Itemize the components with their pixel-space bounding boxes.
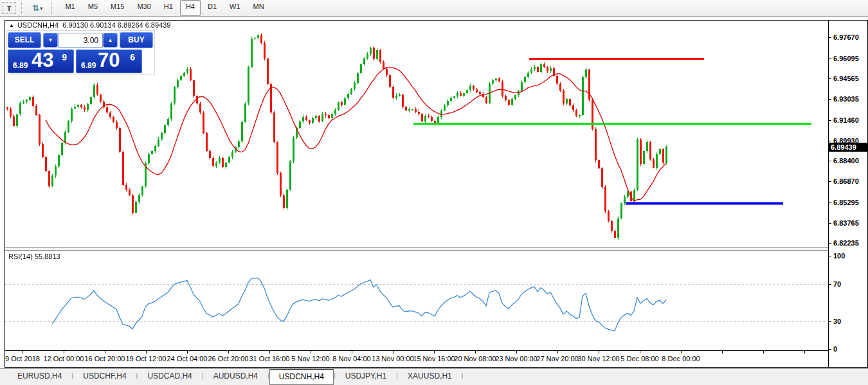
time-axis-label: 16 Oct 20:00 — [85, 355, 125, 363]
chart-tab-usdcnh[interactable]: USDCNH,H4 — [269, 369, 334, 385]
timeframe-button-h1[interactable]: H1 — [158, 0, 179, 16]
sell-price-pips: 43 — [32, 49, 53, 72]
chart-tab-usdcad[interactable]: USDCAD,H4 — [138, 369, 201, 384]
time-axis-label: 19 Oct 12:00 — [126, 355, 167, 363]
price-axis-tick — [828, 243, 831, 244]
price-axis-tick — [828, 202, 831, 203]
buy-price-display[interactable]: 6.89 70 6 — [76, 49, 142, 73]
time-axis-tick — [311, 351, 311, 354]
timeframe-button-group: M1M5M15M30H1H4D1W1MN — [59, 0, 270, 16]
double-arrow-icon: ⇅ — [32, 3, 39, 13]
timeframe-button-d1[interactable]: D1 — [202, 0, 222, 16]
rsi-axis-label: 100 — [833, 252, 845, 260]
time-axis-tick — [599, 351, 599, 354]
time-axis-label: 26 Oct 20:00 — [208, 355, 249, 363]
time-axis-tick — [722, 351, 723, 354]
time-axis-tick — [352, 351, 352, 354]
price-axis-tick — [828, 223, 831, 224]
price-axis-label: 6.94565 — [833, 75, 859, 82]
time-axis-tick — [146, 351, 147, 354]
toolbar-separator — [21, 3, 25, 14]
price-axis-tick — [828, 181, 831, 182]
buy-button[interactable]: BUY — [120, 32, 153, 48]
rsi-axis-tick — [828, 321, 831, 322]
chart-tab-usdchf[interactable]: USDCHF,H4 — [73, 369, 136, 384]
time-axis-tick — [228, 351, 229, 354]
volume-decrease-button[interactable]: ▼ — [43, 33, 58, 48]
chart-title-ohlc: ▲USDCNH,H4 6.90130 6.90134 6.89264 6.894… — [9, 21, 170, 29]
time-axis-tick — [640, 351, 640, 354]
chart-tab-eurusd[interactable]: EURUSD,H4 — [8, 369, 71, 384]
rsi-axis-label: 70 — [833, 280, 841, 288]
chart-tab-audusd[interactable]: AUDUSD,H4 — [204, 369, 267, 384]
price-axis-tick — [828, 37, 831, 38]
chart-tabs-bar: EURUSD,H4|USDCHF,H4|USDCAD,H4|AUDUSD,H4|… — [0, 368, 868, 385]
price-axis-label: 6.83765 — [833, 219, 859, 227]
rsi-chart-canvas[interactable] — [5, 251, 828, 350]
buy-price-base: 6.89 — [81, 61, 96, 70]
time-axis-tick — [434, 351, 435, 354]
time-axis-label: 20 Nov 08:00 — [454, 355, 496, 363]
sell-price-point: 9 — [62, 52, 67, 62]
price-axis-label: 6.96095 — [833, 55, 859, 62]
time-axis-tick — [681, 351, 682, 354]
timeframe-button-m30[interactable]: M30 — [131, 0, 156, 16]
time-axis-label: 5 Nov 12:00 — [291, 355, 329, 363]
time-axis-label: 8 Nov 04:00 — [332, 355, 370, 363]
price-axis-tick — [828, 161, 831, 161]
time-axis-label: 15 Nov 16:00 — [413, 355, 455, 363]
toolbar-separator — [51, 3, 55, 14]
rsi-border-bottom — [5, 350, 829, 351]
time-axis-tick — [557, 351, 558, 354]
chart-tab-xauusd[interactable]: XAUUSD,H1 — [398, 369, 462, 384]
rsi-axis-tick — [828, 349, 831, 350]
time-axis-label: 5 Dec 08:00 — [620, 355, 658, 363]
collapse-arrow-icon[interactable]: ▲ — [9, 22, 14, 28]
ohlc-values: 6.90130 6.90134 6.89264 6.89439 — [62, 21, 170, 29]
timeframe-button-m5[interactable]: M5 — [82, 0, 104, 16]
rsi-axis-label: 0 — [833, 345, 837, 353]
price-axis-label: 6.97670 — [833, 33, 859, 41]
time-axis-tick — [269, 351, 270, 354]
price-axis-tick — [828, 58, 831, 59]
buy-price-pips: 70 — [98, 49, 120, 72]
tab-separator: | — [462, 372, 464, 379]
time-axis-label: 31 Oct 16:00 — [249, 355, 290, 363]
text-tool-button[interactable]: T — [3, 2, 15, 14]
timeframe-button-m15[interactable]: M15 — [105, 0, 130, 16]
volume-increase-button[interactable]: ▲ — [103, 33, 118, 48]
sell-price-display[interactable]: 6.89 43 9 — [8, 49, 74, 73]
price-axis-divider — [828, 20, 829, 368]
timeframe-button-w1[interactable]: W1 — [224, 0, 246, 16]
time-axis-label: 23 Nov 00:00 — [495, 355, 537, 363]
timeframe-button-h4[interactable]: H4 — [180, 0, 201, 16]
chevron-down-icon: ▾ — [40, 5, 43, 12]
sell-button[interactable]: SELL — [8, 32, 41, 48]
time-axis-tick — [23, 351, 23, 354]
price-axis-tick — [828, 99, 831, 100]
time-axis-label: 13 Nov 00:00 — [372, 355, 413, 363]
rsi-axis-tick — [828, 256, 831, 256]
time-axis-label: 24 Oct 04:00 — [167, 355, 208, 363]
time-axis-tick — [64, 351, 64, 354]
time-axis-border — [5, 367, 868, 368]
time-axis-tick — [475, 351, 476, 354]
time-axis-label: 8 Dec 00:00 — [662, 355, 700, 363]
top-toolbar: T ⇅ ▾ M1M5M15M30H1H4D1W1MN — [0, 0, 868, 17]
timeframe-button-m1[interactable]: M1 — [59, 0, 80, 16]
timeframe-button-mn[interactable]: MN — [248, 0, 270, 16]
time-axis-label: 9 Oct 2018 — [5, 355, 40, 363]
time-axis-label: 12 Oct 00:00 — [44, 355, 84, 363]
volume-input[interactable] — [58, 33, 103, 48]
time-axis-tick — [763, 351, 764, 354]
current-price-tag: 6.89439 — [829, 143, 868, 152]
time-axis-label: 30 Nov 12:00 — [577, 355, 619, 363]
cursor-tool-button[interactable]: ⇅ ▾ — [29, 2, 46, 14]
price-axis-label: 6.91460 — [833, 116, 859, 124]
price-axis-label: 6.85295 — [833, 199, 859, 206]
price-axis-label: 6.82235 — [833, 239, 859, 247]
price-axis-label: 6.93035 — [833, 95, 859, 103]
chart-tab-usdjpy[interactable]: USDJPY,H1 — [336, 369, 396, 384]
sell-price-base: 6.89 — [13, 61, 28, 70]
time-axis-tick — [393, 351, 393, 354]
